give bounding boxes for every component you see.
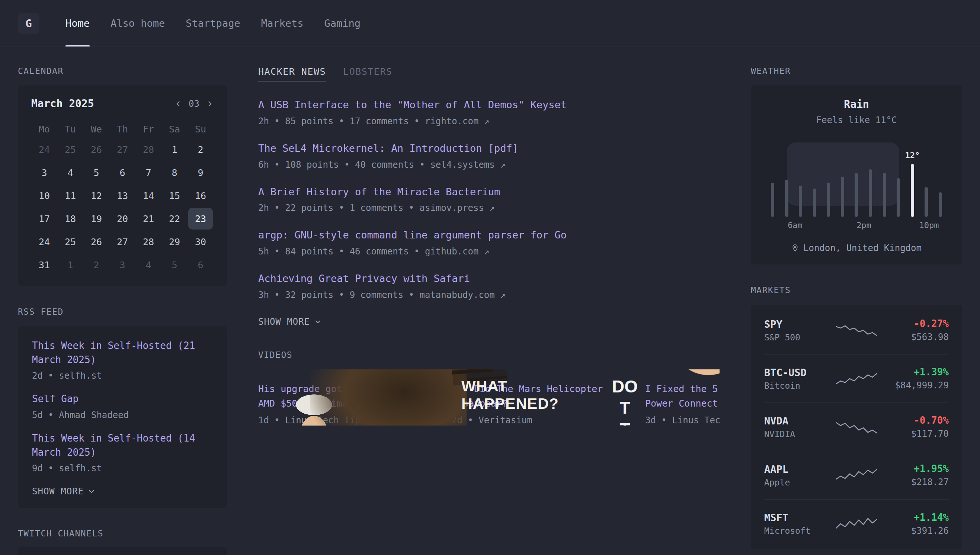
weather-bar <box>883 173 886 217</box>
left-column: CALENDAR March 2025 03 MoTuWeThFrSaSu <box>18 66 227 555</box>
calendar-day: 8 <box>162 162 187 183</box>
calendar-day: 2 <box>188 139 213 160</box>
story-title-link[interactable]: argp: GNU-style command line argument pa… <box>258 228 720 242</box>
time-label: 6am <box>788 221 802 230</box>
market-symbol: AAPL <box>764 464 829 475</box>
calendar-day: 16 <box>188 185 213 207</box>
market-row[interactable]: AAPL Apple +1.95% $218.27 <box>764 451 949 500</box>
weekday-label: Th <box>110 121 135 137</box>
calendar-day: 28 <box>136 139 161 160</box>
market-row[interactable]: BTC-USD Bitcoin +1.39% $84,999.29 <box>764 354 949 403</box>
calendar-day: 26 <box>84 139 109 160</box>
market-sparkline <box>836 516 877 532</box>
calendar-day: 25 <box>58 231 83 253</box>
nav-tabs: Home Also home Startpage Markets Gaming <box>66 0 361 47</box>
weather-bar <box>855 173 858 217</box>
chevron-right-icon <box>206 100 213 107</box>
weekday-label: Tu <box>58 121 83 137</box>
news-tab[interactable]: LOBSTERS <box>343 66 392 82</box>
calendar-day: 18 <box>58 208 83 229</box>
weather-bar <box>827 183 830 217</box>
calendar-day: 14 <box>136 185 161 207</box>
video-card: DO T T I Fixed the 5 Power Connect 3d • … <box>645 369 720 426</box>
calendar-day: 4 <box>58 162 83 183</box>
rss-item-meta: 2d • selfh.st <box>32 371 213 381</box>
weather-bar <box>939 192 942 217</box>
top-nav: G Home Also home Startpage Markets Gamin… <box>0 0 980 47</box>
story-meta: 6h • 108 points • 40 comments • sel4.sys… <box>258 160 720 170</box>
weekday-label: We <box>84 121 109 137</box>
rss-item-title[interactable]: Self Gap <box>32 392 213 406</box>
weather-bar <box>785 180 788 217</box>
calendar-day: 15 <box>162 185 187 207</box>
story-title-link[interactable]: The SeL4 Microkernel: An Introduction [p… <box>258 141 720 156</box>
market-sparkline <box>836 419 877 435</box>
market-row[interactable]: MSFT Microsoft +1.14% $391.26 <box>764 500 949 548</box>
story-title-link[interactable]: A Brief History of the Miracle Bacterium <box>258 185 720 199</box>
videos-header: VIDEOS <box>258 350 720 360</box>
market-symbol: SPY <box>764 318 829 330</box>
market-name: Bitcoin <box>764 381 829 391</box>
weekday-label: Mo <box>32 121 56 137</box>
story-title-link[interactable]: A USB Interface to the "Mother of All De… <box>258 98 720 112</box>
video-meta: 2d • Veritasium <box>452 415 637 425</box>
video-title-link[interactable]: I Fixed the 5 Power Connect <box>645 382 720 411</box>
rss-item: This Week in Self-Hosted (14 March 2025)… <box>32 431 213 473</box>
calendar-day: 3 <box>32 162 56 183</box>
news-show-more-button[interactable]: SHOW MORE <box>258 316 321 327</box>
weather-header: WEATHER <box>751 66 962 76</box>
rss-item-title[interactable]: This Week in Self-Hosted (14 March 2025) <box>32 431 213 459</box>
weather-bar <box>841 177 844 217</box>
video-meta: 3d • Linus Tec <box>645 415 720 425</box>
weather-bars: 12° <box>767 143 946 217</box>
calendar-day: 27 <box>110 139 135 160</box>
news-show-more-label: SHOW MORE <box>258 316 310 327</box>
weather-widget: Rain Feels like 11°C <box>751 85 962 265</box>
nav-tab[interactable]: Gaming <box>324 0 361 47</box>
time-label: 2pm <box>856 221 871 230</box>
calendar-next-button[interactable] <box>206 100 213 107</box>
weather-bar <box>771 183 774 217</box>
twitch-header: TWITCH CHANNELS <box>18 529 227 538</box>
weather-temp-label: 12° <box>905 151 920 160</box>
calendar-day: 5 <box>162 254 187 276</box>
market-name: Apple <box>764 478 829 487</box>
videos-row: YUCK His upgrade got me really dirty - A… <box>258 369 720 426</box>
nav-tab[interactable]: Markets <box>261 0 303 47</box>
market-price: $117.70 <box>884 428 949 439</box>
calendar-day: 2 <box>84 254 109 276</box>
market-sparkline <box>836 322 877 338</box>
middle-column: HACKER NEWS LOBSTERS A USB Interface to … <box>258 66 720 425</box>
market-row[interactable]: SPY S&P 500 -0.27% $563.98 <box>764 306 949 354</box>
calendar-days-grid: 2425262728123456789101112131415161718192… <box>31 138 213 276</box>
calendar-widget: March 2025 03 MoTuWeThFrSaSu 24252627281… <box>18 85 227 286</box>
story-meta: 5h • 84 points • 46 comments • github.co… <box>258 246 720 257</box>
story-title-link[interactable]: Achieving Great Privacy with Safari <box>258 271 720 286</box>
calendar-day: 7 <box>136 162 161 183</box>
nav-tab[interactable]: Startpage <box>186 0 240 47</box>
calendar-weekday-row: MoTuWeThFrSaSu <box>31 120 213 138</box>
market-sparkline <box>836 371 877 387</box>
calendar-day: 31 <box>32 254 56 276</box>
calendar-day: 24 <box>32 231 56 253</box>
market-symbol: MSFT <box>764 512 829 523</box>
calendar-prev-button[interactable] <box>175 100 182 107</box>
calendar-day: 11 <box>58 185 83 207</box>
app-logo[interactable]: G <box>18 13 39 34</box>
chevron-down-icon <box>314 318 321 325</box>
nav-tab[interactable]: Home <box>66 0 90 47</box>
calendar-day: 12 <box>84 185 109 207</box>
rss-show-more-label: SHOW MORE <box>32 486 84 497</box>
videos-section: VIDEOS YUCK His upgrade got me really di… <box>258 350 720 426</box>
weather-bar: 12° <box>911 164 914 217</box>
dashboard: CALENDAR March 2025 03 MoTuWeThFrSaSu <box>0 47 980 555</box>
calendar-month-title: March 2025 <box>31 98 94 110</box>
rss-item-title[interactable]: This Week in Self-Hosted (21 March 2025) <box>32 339 213 367</box>
nav-tab[interactable]: Also home <box>111 0 165 47</box>
market-row[interactable]: NVDA NVIDIA -0.70% $117.70 <box>764 403 949 451</box>
market-change: +1.39% <box>884 366 949 378</box>
market-price: $563.98 <box>884 332 949 342</box>
calendar-day: 17 <box>32 208 56 229</box>
rss-show-more-button[interactable]: SHOW MORE <box>32 486 95 497</box>
news-tab[interactable]: HACKER NEWS <box>258 66 326 82</box>
